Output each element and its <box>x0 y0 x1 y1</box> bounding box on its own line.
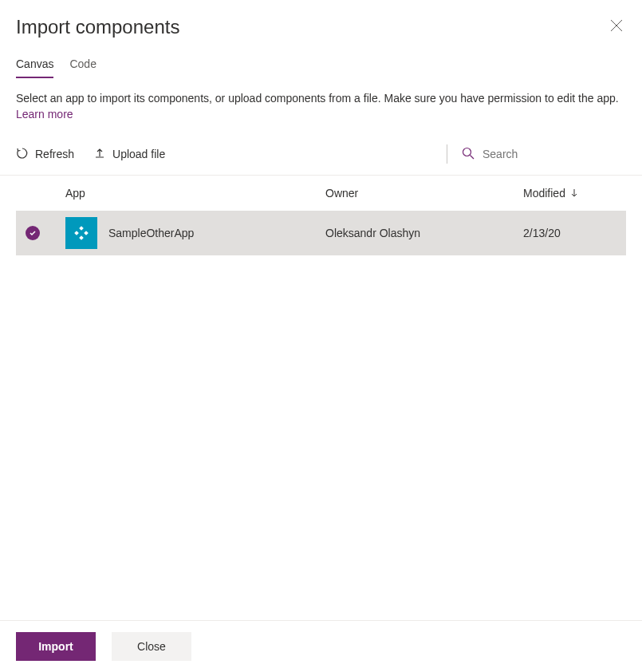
sort-descending-icon <box>570 188 578 198</box>
svg-rect-1 <box>79 226 84 231</box>
tab-canvas[interactable]: Canvas <box>16 54 53 78</box>
close-button[interactable] <box>607 16 626 38</box>
column-header-app[interactable]: App <box>65 187 325 200</box>
tab-code[interactable]: Code <box>69 54 96 78</box>
app-icon <box>65 217 97 249</box>
column-header-modified-label: Modified <box>523 187 565 200</box>
footer: Import Close <box>0 620 642 672</box>
app-name: SampleOtherApp <box>108 227 194 239</box>
import-button[interactable]: Import <box>16 632 96 661</box>
owner-name: Oleksandr Olashyn <box>325 227 523 239</box>
table-header: App Owner Modified <box>16 176 626 211</box>
close-icon <box>610 19 623 34</box>
upload-icon <box>93 147 106 162</box>
svg-rect-4 <box>79 235 84 240</box>
search-input[interactable] <box>482 148 626 160</box>
svg-point-0 <box>463 148 471 156</box>
refresh-label: Refresh <box>35 148 74 160</box>
row-checkbox[interactable] <box>16 226 65 240</box>
close-footer-button[interactable]: Close <box>112 632 191 661</box>
checkmark-icon <box>26 226 40 240</box>
refresh-icon <box>16 147 29 162</box>
svg-rect-3 <box>84 231 89 235</box>
svg-rect-2 <box>74 231 79 235</box>
tabs: Canvas Code <box>16 54 626 78</box>
description: Select an app to import its components, … <box>0 78 642 122</box>
upload-file-button[interactable]: Upload file <box>93 147 165 162</box>
refresh-button[interactable]: Refresh <box>16 147 74 162</box>
modified-date: 2/13/20 <box>523 227 626 239</box>
column-header-owner[interactable]: Owner <box>325 187 523 200</box>
page-title: Import components <box>16 16 179 38</box>
table-row[interactable]: SampleOtherApp Oleksandr Olashyn 2/13/20 <box>16 211 626 255</box>
learn-more-link[interactable]: Learn more <box>16 108 73 121</box>
search-icon <box>462 147 475 162</box>
description-text: Select an app to import its components, … <box>16 92 619 105</box>
upload-file-label: Upload file <box>112 148 165 160</box>
column-header-modified[interactable]: Modified <box>523 187 626 200</box>
search-area[interactable] <box>447 144 626 164</box>
